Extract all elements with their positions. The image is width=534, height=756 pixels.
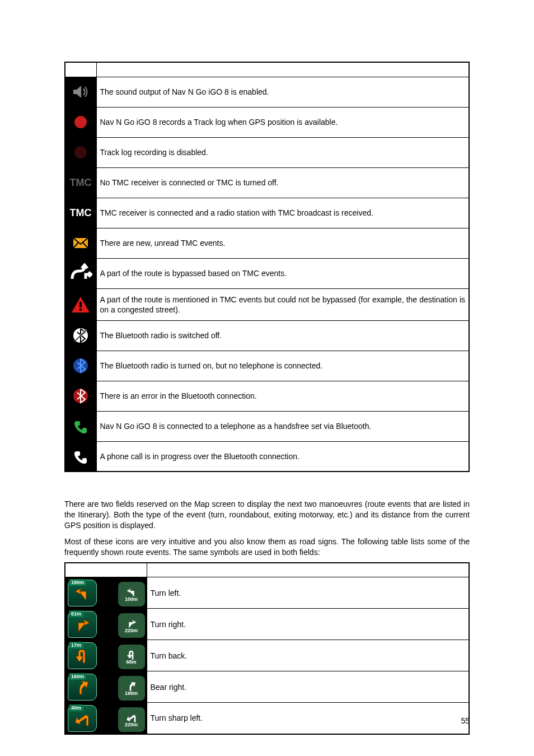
bt-off-desc: The Bluetooth radio is switched off.: [96, 320, 469, 351]
primary-distance: 160m: [69, 673, 86, 680]
tmc-on-desc: TMC receiver is connected and a radio st…: [96, 198, 469, 228]
bt-handsfree-desc: Nav N Go iGO 8 is connected to a telepho…: [96, 411, 469, 441]
turn-events-table: 190m 100m Turn left. 61m 220m: [64, 562, 470, 735]
turn-right-desc: Turn right.: [147, 609, 469, 640]
turn-sharp-left-desc: Turn sharp left.: [147, 703, 469, 734]
page-number: 55: [461, 716, 470, 725]
tracklog-enabled-desc: Nav N Go iGO 8 records a Track log when …: [96, 107, 469, 137]
tmc-off-desc: No TMC receiver is connected or TMC is t…: [96, 167, 469, 198]
tracklog-enabled-icon: [65, 107, 96, 137]
tmc-bypass-desc: A part of the route is bypassed based on…: [96, 258, 469, 288]
secondary-distance: 220m: [125, 722, 138, 727]
primary-distance: 190m: [69, 579, 86, 586]
secondary-distance: 68m: [126, 659, 136, 665]
bt-on-noconn-desc: The Bluetooth radio is turned on, but no…: [96, 351, 469, 381]
turn-sharp-left-icon: 40m 220m: [65, 703, 147, 734]
primary-distance: 61m: [69, 610, 83, 617]
bear-right-desc: Bear right.: [147, 671, 469, 703]
secondary-distance: 220m: [125, 628, 138, 633]
svg-point-1: [74, 146, 87, 158]
svg-point-0: [74, 116, 87, 128]
tmc-unread-icon: [65, 228, 96, 258]
primary-distance: 17m: [69, 642, 83, 648]
bt-off-icon: [65, 320, 96, 351]
primary-distance: 40m: [69, 704, 83, 711]
turn-left-desc: Turn left.: [147, 577, 469, 609]
tmc-warning-desc: A part of the route is mentioned in TMC …: [96, 288, 469, 320]
tmc-unread-desc: There are new, unread TMC events.: [96, 228, 469, 258]
paragraph-2: Most of these icons are very intuitive a…: [64, 536, 470, 558]
bt-handsfree-icon: [65, 411, 96, 441]
paragraph-1: There are two fields reserved on the Map…: [64, 499, 470, 531]
tmc-warning-icon: [65, 288, 96, 320]
bt-error-desc: There is an error in the Bluetooth conne…: [96, 381, 469, 411]
secondary-distance: 190m: [125, 690, 138, 696]
sound-enabled-icon: [65, 77, 96, 107]
bt-error-icon: [65, 381, 96, 411]
tmc-bypass-icon: [65, 258, 96, 288]
svg-rect-5: [79, 302, 82, 307]
svg-rect-6: [79, 309, 82, 311]
turn-left-icon: 190m 100m: [65, 577, 147, 609]
bt-on-noconn-icon: [65, 351, 96, 381]
tmc-on-icon: TMC: [65, 198, 96, 228]
tmc-off-icon: TMC: [65, 167, 96, 198]
turn-right-icon: 61m 220m: [65, 609, 147, 640]
svg-text:TMC: TMC: [70, 207, 92, 218]
tracklog-disabled-desc: Track log recording is disabled.: [96, 137, 469, 167]
turn-back-icon: 17m 68m: [65, 640, 147, 671]
bt-call-desc: A phone call is in progress over the Blu…: [96, 441, 469, 472]
status-icons-table: The sound output of Nav N Go iGO 8 is en…: [64, 62, 470, 472]
sound-enabled-desc: The sound output of Nav N Go iGO 8 is en…: [96, 77, 469, 107]
svg-text:TMC: TMC: [70, 177, 92, 188]
turn-back-desc: Turn back.: [147, 640, 469, 671]
bt-call-icon: [65, 441, 96, 472]
tracklog-disabled-icon: [65, 137, 96, 167]
secondary-distance: 100m: [125, 596, 138, 602]
bear-right-icon: 160m 190m: [65, 671, 147, 703]
